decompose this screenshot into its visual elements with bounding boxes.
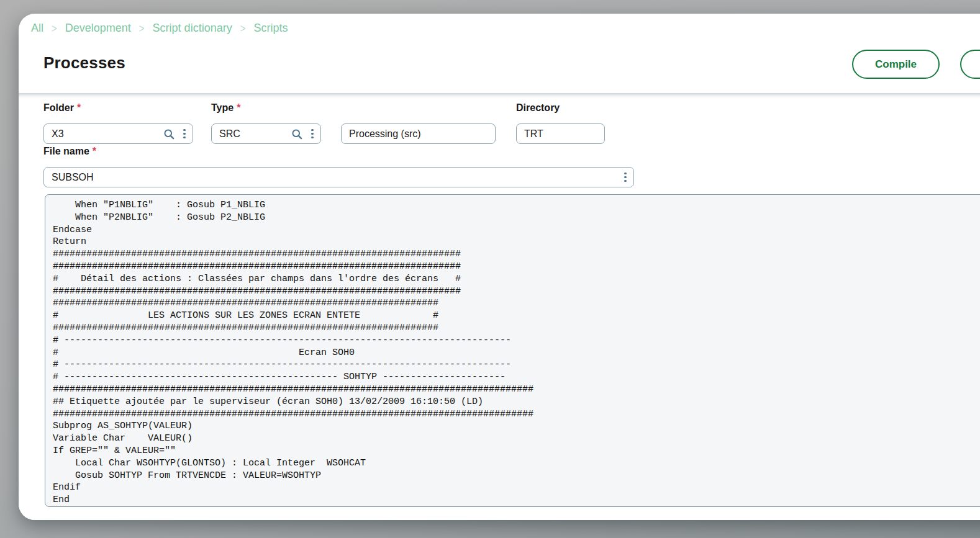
- folder-label: Folder*: [43, 102, 81, 114]
- code-line: ########################################…: [53, 297, 980, 310]
- code-line: Gosub SOHTYP From TRTVENCDE : VALEUR=WSO…: [53, 470, 980, 482]
- form-section: Folder* Type* Directory: [19, 93, 980, 520]
- breadcrumb-item-scripts[interactable]: Scripts: [253, 22, 288, 35]
- type-input[interactable]: [219, 128, 287, 140]
- directory-label: Directory: [516, 102, 560, 114]
- code-line: ########################################…: [53, 248, 980, 261]
- code-line: # Détail des actions : Classées par cham…: [53, 273, 980, 285]
- code-editor[interactable]: When "P1NBLIG" : Gosub P1_NBLIG When "P2…: [45, 194, 980, 507]
- code-line: Endcase: [53, 224, 980, 236]
- page-title: Processes: [43, 53, 125, 73]
- chevron-right-icon: >: [52, 22, 57, 35]
- search-icon[interactable]: [291, 128, 303, 140]
- kebab-menu-icon[interactable]: [623, 171, 628, 184]
- required-asterisk: *: [77, 102, 81, 113]
- folder-field[interactable]: [43, 123, 193, 144]
- required-asterisk: *: [237, 102, 240, 113]
- code-line: Endif: [53, 482, 980, 494]
- code-line: Subprog AS_SOHTYP(VALEUR): [53, 420, 980, 433]
- main-panel: All > Development > Script dictionary > …: [19, 14, 980, 520]
- directory-input[interactable]: [524, 128, 599, 140]
- kebab-menu-icon[interactable]: [310, 128, 315, 140]
- kebab-menu-icon[interactable]: [182, 128, 187, 140]
- chevron-right-icon: >: [139, 22, 145, 35]
- code-line: When "P1NBLIG" : Gosub P1_NBLIG: [53, 199, 980, 212]
- required-asterisk: *: [93, 146, 96, 156]
- file-name-field[interactable]: [43, 167, 634, 187]
- code-line: # LES ACTIONS SUR LES ZONES ECRAN ENTETE…: [53, 310, 980, 322]
- code-line: ## Etiquette ajoutée par le superviseur …: [53, 396, 980, 408]
- breadcrumb-item-development[interactable]: Development: [65, 22, 131, 35]
- folder-input[interactable]: [52, 128, 159, 140]
- type-description-input[interactable]: [349, 128, 489, 140]
- type-label: Type*: [211, 102, 240, 114]
- code-line: When "P2NBLIG" : Gosub P2_NBLIG: [53, 212, 980, 224]
- code-line: Variable Char VALEUR(): [53, 433, 980, 445]
- code-line: Local Char WSOHTYP(GLONTSO) : Local Inte…: [53, 457, 980, 470]
- code-line: End: [53, 494, 980, 506]
- type-field[interactable]: [211, 123, 321, 144]
- code-line: Return: [53, 236, 980, 248]
- type-description-field[interactable]: [341, 123, 496, 144]
- search-icon[interactable]: [163, 128, 175, 140]
- code-line: # Ecran SOH0: [53, 347, 980, 359]
- code-line: ########################################…: [53, 322, 980, 334]
- code-line: ########################################…: [53, 285, 980, 298]
- code-line: ########################################…: [53, 261, 980, 273]
- code-line: ########################################…: [53, 383, 980, 396]
- file-name-input[interactable]: [52, 172, 619, 183]
- code-line: If GREP="" & VALEUR="": [53, 445, 980, 457]
- code-line: ########################################…: [53, 408, 980, 421]
- secondary-action-button[interactable]: [960, 50, 980, 79]
- file-name-label: File name*: [43, 146, 96, 157]
- code-line: # --------------------------------------…: [53, 334, 980, 347]
- directory-field[interactable]: [516, 123, 605, 144]
- desktop-background: { "breadcrumb": { "separator": ">", "ite…: [0, 0, 980, 538]
- breadcrumb-item-script-dictionary[interactable]: Script dictionary: [153, 22, 232, 35]
- code-line: # --------------------------------------…: [53, 359, 980, 371]
- compile-button[interactable]: Compile: [852, 50, 940, 79]
- code-line: # --------------------------------------…: [53, 371, 980, 383]
- breadcrumb-item-all[interactable]: All: [31, 22, 43, 35]
- breadcrumb: All > Development > Script dictionary > …: [31, 22, 288, 35]
- chevron-right-icon: >: [240, 22, 246, 35]
